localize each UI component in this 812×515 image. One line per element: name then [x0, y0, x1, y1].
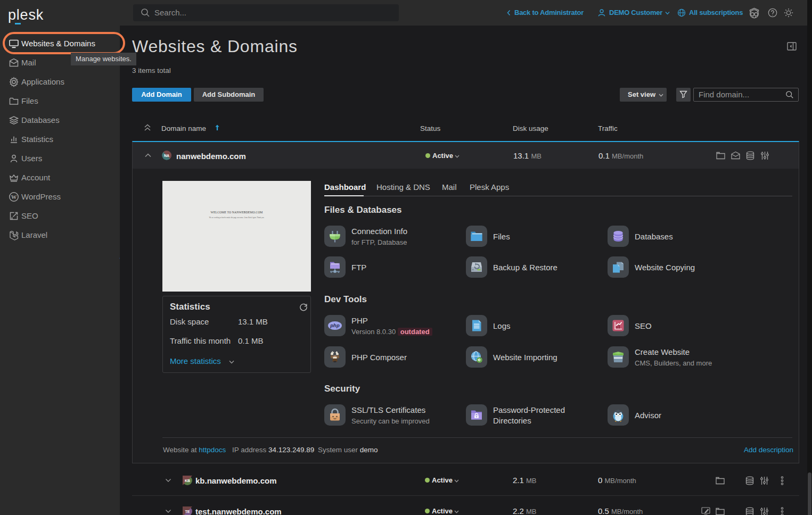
- svg-text:TE: TE: [185, 510, 190, 513]
- svg-text:W: W: [11, 194, 17, 200]
- svg-text:php: php: [330, 322, 340, 328]
- svg-text:KB: KB: [185, 479, 190, 483]
- svg-text:NA: NA: [164, 154, 169, 157]
